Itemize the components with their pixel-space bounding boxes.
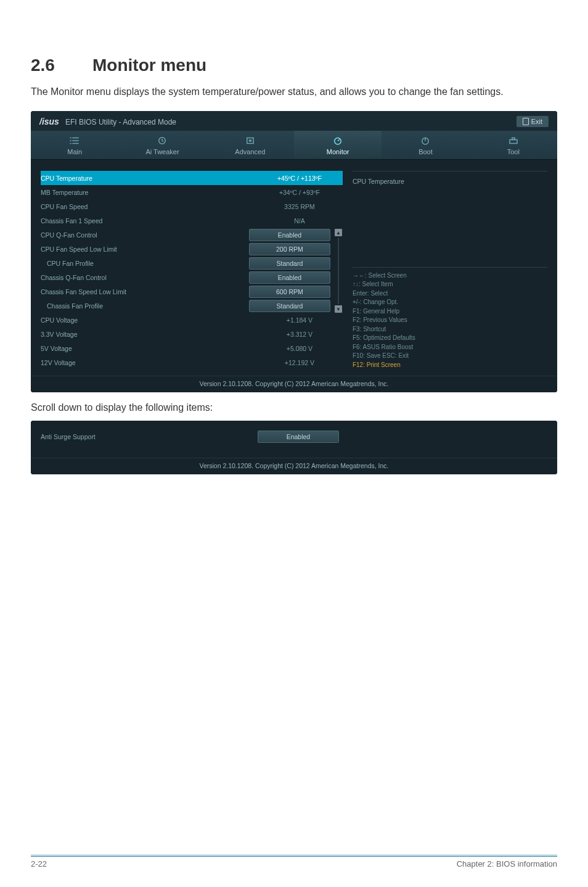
svg-rect-12 [510, 140, 517, 144]
svg-rect-0 [70, 138, 71, 139]
dropdown[interactable]: 600 RPM [249, 286, 330, 298]
row-chassis-fan-profile[interactable]: Chassis Fan Profile Standard [41, 299, 334, 313]
dropdown[interactable]: Enabled [249, 271, 330, 284]
row-value: +5.080 V [256, 345, 343, 352]
svg-rect-13 [512, 138, 515, 140]
row-anti-surge-support[interactable]: Anti Surge Support Enabled [41, 429, 343, 444]
scroll-caption: Scroll down to display the following ite… [31, 402, 557, 413]
row-cpu-temperature[interactable]: CPU Temperature +45ºC / +113ºF [41, 171, 343, 185]
clock-icon [157, 136, 168, 146]
row-value: 3325 RPM [256, 203, 343, 210]
tab-tool[interactable]: Tool [470, 131, 557, 159]
bios-window-extra: Anti Surge Support Enabled Version 2.10.… [31, 421, 557, 474]
row-label: Chassis Fan Profile [41, 302, 249, 310]
help-line: F12: Print Screen [353, 361, 547, 370]
row-cpu-fan-speed[interactable]: CPU Fan Speed 3325 RPM [41, 199, 343, 213]
row-value: +34ºC / +93ºF [256, 189, 343, 196]
svg-rect-4 [70, 143, 71, 144]
help-line: F3: Shortcut [353, 325, 547, 334]
tab-label: Ai Tweaker [145, 148, 179, 155]
row-value: +45ºC / +113ºF [256, 175, 343, 182]
row-cpu-qfan-control[interactable]: CPU Q-Fan Control Enabled [41, 228, 334, 242]
row-cpu-fan-profile[interactable]: CPU Fan Profile Standard [41, 256, 334, 270]
intro-text: The Monitor menu displays the system tem… [31, 85, 557, 99]
window-title: EFI BIOS Utility - Advanced Mode [65, 118, 176, 126]
scroll-up-icon[interactable]: ▲ [335, 229, 342, 236]
dropdown[interactable]: Enabled [249, 229, 330, 241]
row-chassis-fan-1-speed[interactable]: Chassis Fan 1 Speed N/A [41, 213, 343, 228]
dropdown[interactable]: 200 RPM [249, 243, 330, 255]
dropdown[interactable]: Standard [249, 300, 330, 312]
tab-ai-tweaker[interactable]: Ai Tweaker [118, 131, 206, 159]
row-3v3-voltage[interactable]: 3.3V Voltage +3.312 V [41, 327, 343, 341]
info-panel-title: CPU Temperature [353, 175, 547, 185]
tab-label: Main [67, 148, 82, 155]
help-line: +/-: Change Opt. [353, 298, 547, 307]
row-label: 12V Voltage [41, 359, 256, 366]
row-label: Anti Surge Support [41, 433, 258, 440]
tab-label: Boot [419, 148, 433, 155]
svg-rect-8 [249, 140, 252, 142]
help-line: F2: Previous Values [353, 316, 547, 325]
help-line: F6: ASUS Ratio Boost [353, 343, 547, 352]
row-label: Chassis Fan Speed Low Limit [41, 288, 249, 295]
bios-window: /isus EFI BIOS Utility - Advanced Mode E… [31, 111, 557, 392]
row-cpu-fan-speed-low-limit[interactable]: CPU Fan Speed Low Limit 200 RPM [41, 242, 334, 256]
dropdown[interactable]: Standard [249, 257, 330, 270]
row-label: 5V Voltage [41, 345, 256, 352]
power-icon [420, 136, 431, 146]
row-label: CPU Fan Speed Low Limit [41, 245, 249, 253]
tool-icon [508, 136, 519, 146]
section-heading: 2.6Monitor menu [31, 56, 557, 75]
tab-label: Advanced [235, 148, 265, 155]
row-chassis-fan-speed-low-limit[interactable]: Chassis Fan Speed Low Limit 600 RPM [41, 284, 334, 299]
row-chassis-qfan-control[interactable]: Chassis Q-Fan Control Enabled [41, 270, 334, 284]
version-bar: Version 2.10.1208. Copyright (C) 2012 Am… [31, 458, 557, 474]
chip-icon [245, 136, 256, 146]
row-value: +12.192 V [256, 359, 343, 366]
monitor-icon [332, 136, 343, 146]
tab-label: Tool [507, 148, 520, 155]
svg-rect-11 [425, 138, 427, 141]
row-value: +3.312 V [256, 331, 343, 338]
help-line: Enter: Select [353, 289, 547, 299]
tab-advanced[interactable]: Advanced [206, 131, 294, 159]
svg-rect-1 [72, 138, 79, 139]
section-number: 2.6 [31, 56, 92, 75]
row-value: +1.184 V [256, 316, 343, 324]
scrollbar[interactable]: ▲ ▼ [334, 228, 343, 313]
help-line: →←: Select Screen [353, 271, 547, 281]
list-icon [69, 136, 80, 146]
tab-label: Monitor [327, 148, 349, 155]
tab-boot[interactable]: Boot [382, 131, 469, 159]
row-label: CPU Voltage [41, 316, 256, 324]
version-bar: Version 2.10.1208. Copyright (C) 2012 Am… [31, 376, 557, 392]
row-mb-temperature[interactable]: MB Temperature +34ºC / +93ºF [41, 185, 343, 199]
brand-logo: /isus [39, 117, 59, 126]
svg-rect-2 [70, 141, 71, 142]
row-label: Chassis Fan 1 Speed [41, 217, 256, 225]
row-label: 3.3V Voltage [41, 331, 256, 338]
help-panel: →←: Select Screen ↑↓: Select Item Enter:… [353, 267, 547, 370]
row-value: N/A [256, 217, 343, 225]
row-12v-voltage[interactable]: 12V Voltage +12.192 V [41, 355, 343, 369]
svg-rect-5 [72, 143, 79, 144]
tab-main[interactable]: Main [31, 131, 118, 159]
help-line: F5: Optimized Defaults [353, 334, 547, 343]
row-label: CPU Fan Profile [41, 260, 249, 267]
help-line: F10: Save ESC: Exit [353, 352, 547, 361]
scroll-thumb[interactable] [338, 237, 339, 304]
tab-monitor[interactable]: Monitor [294, 131, 382, 159]
help-line: ↑↓: Select Item [353, 280, 547, 289]
section-title: Monitor menu [92, 56, 206, 75]
scroll-down-icon[interactable]: ▼ [335, 305, 342, 313]
tab-bar: Main Ai Tweaker Advanced Monitor Boot To… [31, 131, 557, 160]
row-label: MB Temperature [41, 189, 256, 196]
row-label: CPU Q-Fan Control [41, 231, 249, 239]
dropdown[interactable]: Enabled [258, 431, 339, 443]
row-cpu-voltage[interactable]: CPU Voltage +1.184 V [41, 313, 343, 327]
row-5v-voltage[interactable]: 5V Voltage +5.080 V [41, 341, 343, 355]
row-label: CPU Temperature [41, 175, 256, 182]
exit-icon [523, 118, 529, 125]
exit-button[interactable]: Exit [517, 116, 549, 127]
